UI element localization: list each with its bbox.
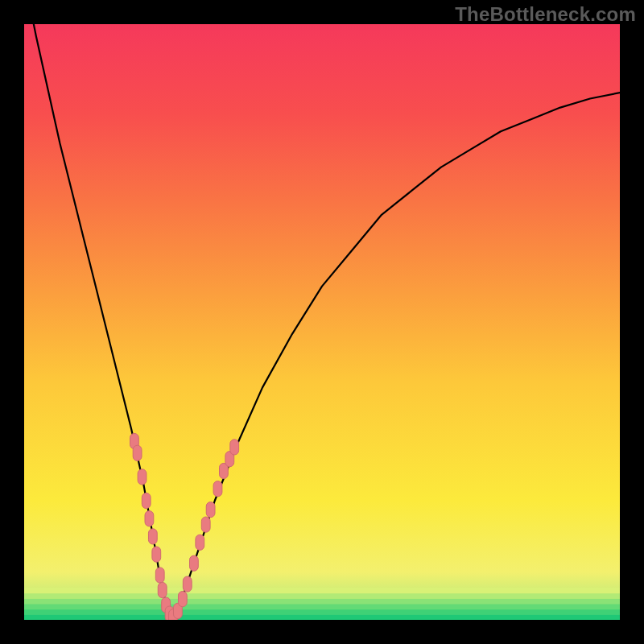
svg-rect-1	[24, 614, 620, 620]
watermark-text: TheBottleneck.com	[455, 3, 636, 26]
chart-svg	[24, 24, 620, 620]
svg-rect-24	[201, 517, 210, 532]
svg-rect-14	[155, 568, 164, 583]
svg-rect-29	[230, 440, 239, 455]
svg-rect-9	[138, 469, 147, 485]
svg-rect-13	[152, 547, 161, 562]
svg-rect-8	[133, 445, 142, 460]
svg-rect-26	[213, 481, 222, 497]
svg-rect-4	[24, 598, 620, 604]
svg-rect-5	[24, 593, 620, 599]
svg-rect-6	[24, 588, 620, 593]
svg-rect-0	[24, 24, 620, 620]
plot-area	[24, 24, 620, 620]
svg-rect-20	[178, 592, 187, 607]
svg-rect-15	[158, 582, 167, 597]
svg-rect-22	[190, 555, 199, 571]
svg-rect-25	[206, 502, 215, 518]
svg-rect-2	[24, 609, 620, 615]
svg-rect-23	[196, 535, 204, 550]
svg-rect-10	[142, 493, 151, 508]
svg-rect-3	[24, 604, 620, 609]
svg-rect-12	[148, 529, 157, 544]
svg-rect-11	[145, 511, 154, 526]
svg-rect-21	[183, 576, 192, 592]
chart-frame: TheBottleneck.com	[0, 0, 644, 644]
